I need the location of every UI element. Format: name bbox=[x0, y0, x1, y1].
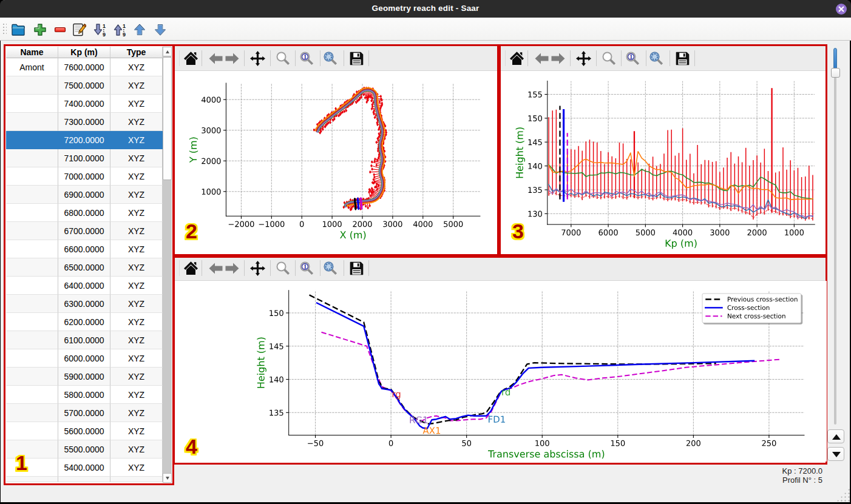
svg-text:1: 1 bbox=[303, 53, 307, 60]
svg-text:1: 1 bbox=[103, 23, 106, 29]
svg-text:1: 1 bbox=[123, 23, 126, 29]
svg-text:1: 1 bbox=[303, 263, 307, 270]
svg-text:1: 1 bbox=[629, 53, 632, 60]
svg-text:9: 9 bbox=[103, 32, 106, 37]
svg-text:9: 9 bbox=[123, 32, 126, 37]
